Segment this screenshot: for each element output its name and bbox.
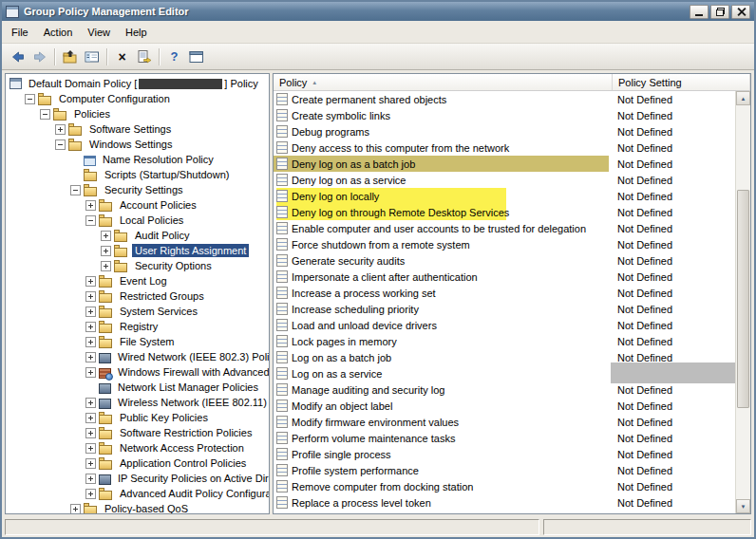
expander-plus-icon[interactable]: [85, 276, 96, 287]
expander-plus-icon[interactable]: [85, 322, 96, 332]
expander-plus-icon[interactable]: [85, 291, 96, 302]
expander-minus-icon[interactable]: [25, 94, 35, 104]
tree-item-file-system[interactable]: File System: [6, 334, 269, 349]
policy-row-perform-volume-maintenance-tasks[interactable]: Perform volume maintenance tasksNot Defi…: [274, 430, 735, 446]
close-button[interactable]: [731, 5, 750, 19]
tree-item-advanced-audit-policy-configuration[interactable]: Advanced Audit Policy Configuration: [6, 486, 269, 501]
policy-row-force-shutdown-from-a-remote-system[interactable]: Force shutdown from a remote systemNot D…: [274, 236, 735, 252]
expander-minus-icon[interactable]: [70, 185, 81, 195]
policy-row-replace-a-process-level-token[interactable]: Replace a process level tokenNot Defined: [274, 494, 735, 511]
scroll-thumb[interactable]: [737, 190, 749, 408]
expander-minus-icon[interactable]: [85, 215, 96, 226]
tree-item-software-settings[interactable]: Software Settings: [6, 121, 269, 137]
policy-row-modify-an-object-label[interactable]: Modify an object labelNot Defined: [274, 398, 735, 414]
policy-row-enable-computer-and-user-accounts-to-be-trusted-for-delegation[interactable]: Enable computer and user accounts to be …: [274, 220, 735, 236]
column-header-policy-setting[interactable]: Policy Setting: [613, 74, 750, 90]
tree-item-wireless-network-ieee-802-11-policies[interactable]: Wireless Network (IEEE 802.11) Policies: [6, 395, 269, 410]
expander-plus-icon[interactable]: [85, 458, 96, 469]
policy-row-increase-a-process-working-set[interactable]: Increase a process working setNot Define…: [274, 285, 735, 301]
policy-row-lock-pages-in-memory[interactable]: Lock pages in memoryNot Defined: [274, 333, 735, 349]
tree-item-registry[interactable]: Registry: [6, 319, 269, 334]
policy-row-debug-programs[interactable]: Debug programsNot Defined: [274, 123, 735, 139]
expander-plus-icon[interactable]: [85, 352, 96, 362]
forward-icon[interactable]: [28, 46, 50, 67]
expander-plus-icon[interactable]: [85, 200, 96, 211]
tree-item-name-resolution-policy[interactable]: Name Resolution Policy: [6, 152, 269, 167]
menu-item-help[interactable]: Help: [118, 23, 155, 42]
scroll-down-button[interactable]: ▼: [736, 499, 750, 513]
expander-plus-icon[interactable]: [55, 124, 66, 135]
help-icon[interactable]: ?: [163, 46, 185, 67]
expander-plus-icon[interactable]: [85, 428, 96, 438]
scroll-up-button[interactable]: ▲: [736, 91, 750, 105]
menu-item-file[interactable]: File: [4, 23, 36, 42]
restore-button[interactable]: [710, 5, 729, 19]
tree-item-security-options[interactable]: Security Options: [6, 258, 269, 273]
tree-item-root[interactable]: Default Domain Policy [] Policy: [6, 76, 269, 91]
tree-item-windows-settings[interactable]: Windows Settings: [6, 137, 269, 152]
tree-item-local-policies[interactable]: Local Policies: [6, 213, 269, 228]
tree-item-account-policies[interactable]: Account Policies: [6, 197, 269, 213]
expander-plus-icon[interactable]: [101, 231, 111, 241]
expander-minus-icon[interactable]: [55, 139, 66, 150]
tree-item-computer-configuration[interactable]: Computer Configuration: [6, 91, 269, 106]
policy-row-remove-computer-from-docking-station[interactable]: Remove computer from docking stationNot …: [274, 478, 735, 494]
tree-item-event-log[interactable]: Event Log: [6, 273, 269, 288]
tree-item-user-rights-assignment[interactable]: User Rights Assignment: [6, 243, 269, 258]
policy-row-create-permanent-shared-objects[interactable]: Create permanent shared objectsNot Defin…: [274, 91, 735, 107]
policy-row-generate-security-audits[interactable]: Generate security auditsNot Defined: [274, 252, 735, 269]
delete-icon[interactable]: ×: [111, 46, 133, 67]
policy-row-impersonate-a-client-after-authentication[interactable]: Impersonate a client after authenticatio…: [274, 269, 735, 285]
policy-row-deny-log-on-through-remote-desktop-services[interactable]: Deny log on through Remote Desktop Servi…: [274, 204, 735, 220]
menu-item-action[interactable]: Action: [36, 23, 81, 42]
policy-row-modify-firmware-environment-values[interactable]: Modify firmware environment valuesNot De…: [274, 414, 735, 430]
up-one-level-icon[interactable]: [59, 46, 81, 67]
extended-view-icon[interactable]: [185, 46, 207, 67]
policy-row-log-on-as-a-service[interactable]: Log on as a service: [274, 365, 735, 381]
expander-plus-icon[interactable]: [85, 443, 96, 454]
tree-item-application-control-policies[interactable]: Application Control Policies: [6, 455, 269, 471]
tree-item-software-restriction-policies[interactable]: Software Restriction Policies: [6, 425, 269, 440]
policy-row-profile-system-performance[interactable]: Profile system performanceNot Defined: [274, 462, 735, 478]
policy-row-increase-scheduling-priority[interactable]: Increase scheduling priorityNot Defined: [274, 301, 735, 317]
policy-row-deny-log-on-as-a-batch-job[interactable]: Deny log on as a batch jobNot Defined: [274, 156, 735, 172]
policy-row-load-and-unload-device-drivers[interactable]: Load and unload device driversNot Define…: [274, 317, 735, 333]
expander-plus-icon[interactable]: [85, 413, 96, 423]
policy-row-profile-single-process[interactable]: Profile single processNot Defined: [274, 446, 735, 462]
expander-plus-icon[interactable]: [85, 367, 96, 378]
expander-plus-icon[interactable]: [85, 398, 96, 408]
vertical-scrollbar[interactable]: ▲ ▼: [735, 91, 750, 513]
tree-item-policies[interactable]: Policies: [6, 106, 269, 121]
expander-plus-icon[interactable]: [85, 337, 96, 347]
tree-item-restricted-groups[interactable]: Restricted Groups: [6, 288, 269, 304]
tree-item-system-services[interactable]: System Services: [6, 304, 269, 319]
tree-item-scripts-startup-shutdown[interactable]: Scripts (Startup/Shutdown): [6, 167, 269, 182]
show-console-tree-icon[interactable]: [81, 46, 103, 67]
expander-plus-icon[interactable]: [85, 489, 96, 499]
back-icon[interactable]: [7, 46, 28, 67]
minimize-button[interactable]: [690, 5, 709, 19]
menu-item-view[interactable]: View: [80, 23, 118, 42]
tree-item-ip-security-policies-on-active-directory[interactable]: IP Security Policies on Active Directory: [6, 471, 269, 486]
expander-plus-icon[interactable]: [85, 307, 96, 317]
expander-plus-icon[interactable]: [101, 261, 111, 271]
expander-plus-icon[interactable]: [85, 474, 96, 484]
tree-item-security-settings[interactable]: Security Settings: [6, 182, 269, 197]
tree-item-wired-network-ieee-802-3-policies[interactable]: Wired Network (IEEE 802.3) Policies: [6, 349, 269, 364]
tree-item-public-key-policies[interactable]: Public Key Policies: [6, 410, 269, 425]
policy-row-deny-log-on-as-a-service[interactable]: Deny log on as a serviceNot Defined: [274, 172, 735, 188]
policy-row-deny-access-to-this-computer-from-the-network[interactable]: Deny access to this computer from the ne…: [274, 139, 735, 156]
expander-plus-icon[interactable]: [70, 504, 81, 514]
tree-item-network-list-manager-policies[interactable]: Network List Manager Policies: [6, 380, 269, 395]
column-header-policy[interactable]: Policy ▲: [274, 74, 613, 90]
policy-row-deny-log-on-locally[interactable]: Deny log on locallyNot Defined: [274, 188, 735, 204]
policy-row-create-symbolic-links[interactable]: Create symbolic linksNot Defined: [274, 107, 735, 123]
expander-minus-icon[interactable]: [40, 109, 50, 120]
tree-item-audit-policy[interactable]: Audit Policy: [6, 228, 269, 243]
export-list-icon[interactable]: [133, 46, 155, 67]
tree-item-network-access-protection[interactable]: Network Access Protection: [6, 440, 269, 455]
expander-plus-icon[interactable]: [101, 246, 111, 256]
policy-row-manage-auditing-and-security-log[interactable]: Manage auditing and security logNot Defi…: [274, 381, 735, 398]
tree-item-windows-firewall-with-advanced-security[interactable]: Windows Firewall with Advanced Security: [6, 364, 269, 380]
tree-item-policy-based-qos[interactable]: Policy-based QoS: [6, 501, 269, 514]
